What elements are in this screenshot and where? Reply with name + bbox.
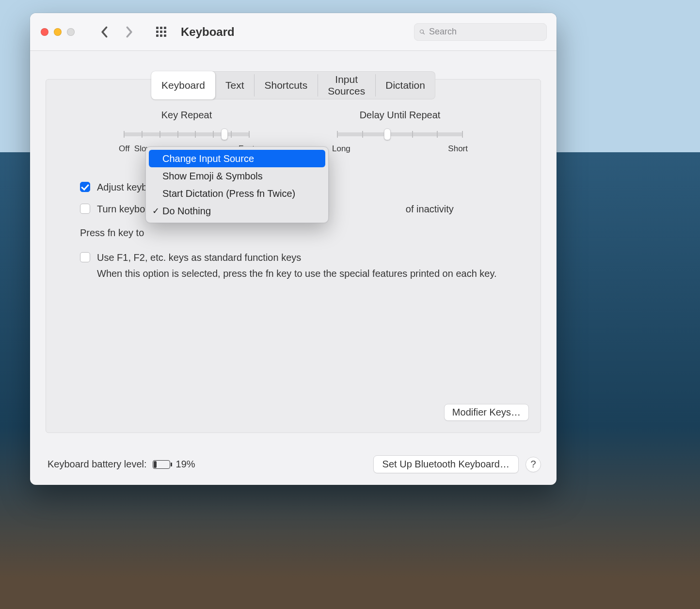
battery-label: Keyboard battery level: [48, 459, 147, 470]
fn-menu-show-emoji[interactable]: Show Emoji & Symbols [149, 167, 325, 185]
adjust-brightness-checkbox[interactable] [80, 182, 90, 192]
backlight-off-checkbox[interactable] [80, 204, 90, 214]
function-keys-label: Use F1, F2, etc. keys as standard functi… [97, 251, 301, 264]
search-icon [419, 28, 425, 36]
search-wrap [414, 23, 547, 41]
show-all-icon[interactable] [156, 27, 166, 37]
svg-line-1 [423, 32, 425, 34]
close-window-button[interactable] [41, 28, 48, 36]
preferences-window: Keyboard Keyboard Text Shortcuts Input S… [30, 13, 557, 485]
search-input[interactable] [429, 27, 541, 37]
fn-key-label: Press fn key to [80, 227, 144, 238]
tab-bar: Keyboard Text Shortcuts Input Sources Di… [151, 71, 435, 99]
search-field[interactable] [414, 23, 547, 41]
delay-group: Delay Until Repeat Long Short [327, 110, 473, 154]
minimize-window-button[interactable] [54, 28, 62, 36]
battery-percent: 19% [176, 459, 195, 470]
titlebar: Keyboard [30, 13, 557, 51]
main-panel: Keyboard Text Shortcuts Input Sources Di… [46, 79, 541, 433]
delay-knob[interactable] [384, 128, 391, 140]
key-repeat-label: Key Repeat [114, 110, 259, 121]
tab-input-sources[interactable]: Input Sources [318, 71, 375, 99]
tab-text[interactable]: Text [215, 71, 255, 99]
help-button[interactable]: ? [525, 457, 541, 472]
nav-arrows [98, 25, 136, 39]
tab-dictation[interactable]: Dictation [375, 71, 435, 99]
tab-shortcuts[interactable]: Shortcuts [254, 71, 318, 99]
fn-action-menu[interactable]: Change Input Source Show Emoji & Symbols… [145, 146, 329, 223]
function-keys-hint: When this option is selected, press the … [97, 268, 499, 279]
window-title: Keyboard [181, 25, 235, 39]
delay-label: Delay Until Repeat [327, 110, 473, 121]
footer: Keyboard battery level: 19% Set Up Bluet… [30, 444, 557, 485]
checkmark-icon: ✓ [152, 206, 159, 216]
back-button[interactable] [98, 25, 111, 39]
key-repeat-slider[interactable] [124, 132, 250, 136]
fn-menu-do-nothing[interactable]: ✓ Do Nothing [149, 202, 325, 220]
delay-short-label: Short [448, 144, 468, 154]
setup-bluetooth-button[interactable]: Set Up Bluetooth Keyboard… [373, 455, 519, 473]
function-keys-row: Use F1, F2, etc. keys as standard functi… [80, 251, 507, 264]
delay-slider[interactable] [337, 132, 463, 136]
fn-key-row: Press fn key to [80, 227, 507, 239]
window-body: Keyboard Text Shortcuts Input Sources Di… [30, 51, 557, 444]
delay-long-label: Long [332, 144, 350, 154]
zoom-window-button[interactable] [67, 28, 75, 36]
fn-menu-change-input-source[interactable]: Change Input Source [149, 150, 325, 167]
battery-fill [154, 461, 157, 468]
fn-menu-start-dictation[interactable]: Start Dictation (Press fn Twice) [149, 185, 325, 202]
backlight-off-trailing: of inactivity [406, 204, 454, 214]
tab-keyboard[interactable]: Keyboard [151, 71, 215, 99]
key-repeat-knob[interactable] [221, 128, 228, 140]
window-controls [41, 28, 75, 36]
function-keys-checkbox[interactable] [80, 252, 90, 262]
battery-icon [153, 460, 170, 469]
forward-button[interactable] [122, 25, 136, 39]
key-repeat-off-label: Off [119, 144, 129, 153]
modifier-keys-button[interactable]: Modifier Keys… [444, 404, 529, 421]
